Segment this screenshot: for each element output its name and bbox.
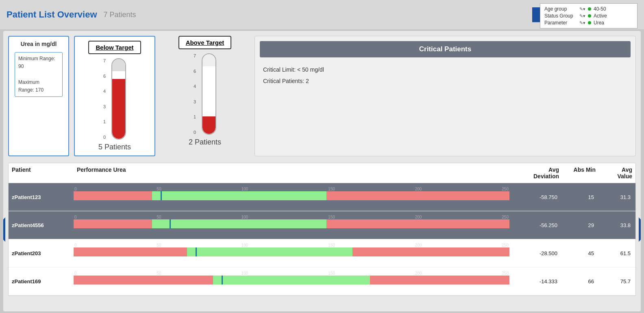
range-box: Minimum Range: 90 Maximum Range: 170 <box>15 52 63 97</box>
avg-value: 75.7 <box>599 278 635 285</box>
col-abs-min: Abs Min <box>562 166 599 179</box>
parameter-value: Urea <box>594 20 604 26</box>
bar-red-left <box>74 191 152 200</box>
critical-patients-box: Critical Patients Critical Limit: < 50 m… <box>255 36 636 156</box>
abs-min: 15 <box>562 194 599 200</box>
thermo-cap <box>112 59 125 71</box>
critical-info: Critical Limit: < 50 mg/dl Critical Pati… <box>260 64 631 87</box>
patient-name: zPatient203 <box>9 250 74 256</box>
bar-chart: 050100150200250 <box>74 241 509 265</box>
above-thermo-scale: 7 6 4 3 1 0 <box>194 53 198 135</box>
below-target-section: Below Target 7 6 4 3 1 0 5 Patients <box>74 36 155 156</box>
table-row[interactable]: zPatient123 050100150200250 -58.750 15 3… <box>9 183 635 211</box>
table-body: zPatient123 050100150200250 -58.750 15 3… <box>9 183 635 295</box>
above-target-button[interactable]: Above Target <box>178 36 232 49</box>
bar-red-right <box>370 276 509 285</box>
bar-red-left <box>74 276 213 285</box>
urea-title: Urea in mg/dl <box>15 41 63 49</box>
right-nav-arrow[interactable] <box>639 217 641 242</box>
bar-red-right <box>352 247 509 256</box>
bar-red-right <box>326 219 509 228</box>
avg-deviation: -28.500 <box>509 250 562 256</box>
bar-red-left <box>74 219 152 228</box>
bar-cell: 050100150200250 <box>74 239 509 267</box>
below-target-button[interactable]: Below Target <box>88 41 141 54</box>
bar-scale: 050100150200250 <box>74 269 509 276</box>
bar-chart: 050100150200250 <box>74 269 509 293</box>
avg-value: 31.3 <box>599 194 635 200</box>
parameter-icon[interactable]: ✎▾ <box>579 20 585 26</box>
bar-cell: 050100150200250 <box>74 267 509 295</box>
patient-name: zPatient169 <box>9 278 74 285</box>
bar-green <box>187 247 352 256</box>
stats-row: Urea in mg/dl Minimum Range: 90 Maximum … <box>8 36 636 156</box>
status-filter: Status Group ✎▾ Active <box>544 13 633 19</box>
max-value: Range: 170 <box>18 87 44 93</box>
avg-deviation: -56.250 <box>509 222 562 228</box>
abs-min: 45 <box>562 250 599 256</box>
bar-cell: 050100150200250 <box>74 211 509 239</box>
table-row[interactable]: zPatient203 050100150200250 -28.500 45 6… <box>9 239 635 267</box>
status-dot <box>588 14 591 18</box>
bar-scale: 050100150200250 <box>74 185 509 191</box>
bar-area <box>74 276 509 285</box>
bar-green <box>152 191 326 200</box>
main-content: Urea in mg/dl Minimum Range: 90 Maximum … <box>3 31 641 311</box>
avg-deviation: -58.750 <box>509 194 562 200</box>
critical-header: Critical Patients <box>260 41 631 57</box>
avg-value: 33.8 <box>599 222 635 228</box>
status-icon[interactable]: ✎▾ <box>579 13 585 19</box>
below-thermo-tube <box>111 58 126 140</box>
max-label: Maximum <box>18 79 39 85</box>
below-thermo-scale: 7 6 4 3 1 0 <box>103 58 107 140</box>
bar-area <box>74 247 509 256</box>
urea-info-box: Urea in mg/dl Minimum Range: 90 Maximum … <box>8 36 69 156</box>
above-thermo-cap <box>202 54 215 66</box>
bar-chart: 050100150200250 <box>74 185 509 209</box>
bar-marker <box>196 247 197 256</box>
above-target-section: Above Target 7 6 4 3 1 0 2 Patients <box>160 36 250 156</box>
bar-marker <box>161 191 162 200</box>
age-group-icon[interactable]: ✎▾ <box>579 7 585 12</box>
table-header: Patient Performance Urea AvgDeviation Ab… <box>9 163 635 183</box>
below-count: 5 Patients <box>98 143 131 151</box>
abs-min: 66 <box>562 278 599 285</box>
above-thermo-fill <box>202 116 215 134</box>
min-value: 90 <box>18 63 24 69</box>
status-value: Active <box>594 13 607 19</box>
status-label: Status Group <box>544 13 577 19</box>
col-avg-dev: AvgDeviation <box>509 166 562 179</box>
critical-limit: Critical Limit: < 50 mg/dl <box>263 64 631 75</box>
parameter-label: Parameter <box>544 20 577 26</box>
header: Patient List Overview 7 Patients Back Pr… <box>0 0 644 29</box>
avg-value: 61.5 <box>599 250 635 256</box>
bar-area <box>74 191 509 200</box>
col-avg-val: AvgValue <box>599 166 635 179</box>
age-group-filter: Age group ✎▾ 40-50 <box>544 6 633 12</box>
col-performance: Performance Urea <box>74 166 509 179</box>
patient-name: zPatient4556 <box>9 222 74 228</box>
age-group-dot <box>588 7 591 11</box>
parameter-dot <box>588 21 591 24</box>
avg-deviation: -14.333 <box>509 278 562 285</box>
bar-marker <box>222 276 223 285</box>
bar-marker <box>170 219 171 228</box>
col-patient: Patient <box>9 166 74 179</box>
patient-count: 7 Patients <box>104 11 136 19</box>
critical-count: Critical Patients: 2 <box>263 75 631 87</box>
left-nav-arrow[interactable] <box>3 217 5 242</box>
table-row[interactable]: zPatient4556 050100150200250 -56.250 29 … <box>9 211 635 239</box>
table-row[interactable]: zPatient169 050100150200250 -14.333 66 7… <box>9 267 635 295</box>
above-count: 2 Patients <box>189 138 221 147</box>
patient-name: zPatient123 <box>9 194 74 200</box>
age-group-value: 40-50 <box>594 6 606 12</box>
bar-cell: 050100150200250 <box>74 183 509 211</box>
abs-min: 29 <box>562 222 599 228</box>
bar-green <box>213 276 370 285</box>
above-thermo-tube <box>202 53 216 135</box>
bar-red-right <box>326 191 509 200</box>
bar-chart: 050100150200250 <box>74 213 509 237</box>
bar-scale: 050100150200250 <box>74 213 509 219</box>
bar-green <box>152 219 326 228</box>
bar-area <box>74 219 509 228</box>
